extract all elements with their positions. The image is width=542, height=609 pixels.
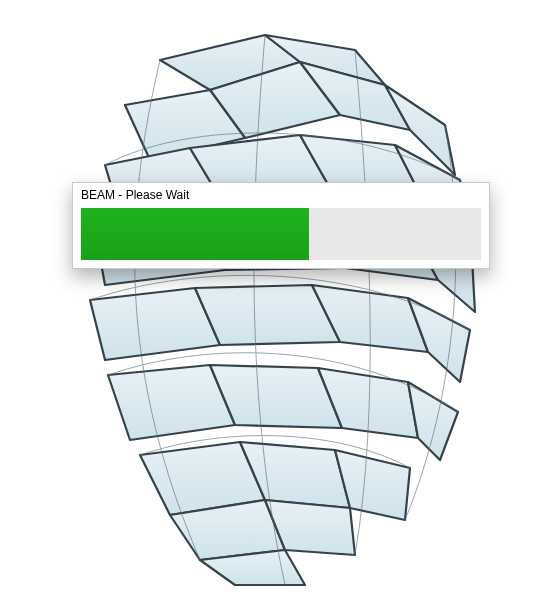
progress-dialog: BEAM - Please Wait bbox=[72, 182, 490, 269]
progress-bar bbox=[81, 208, 481, 260]
dialog-title: BEAM - Please Wait bbox=[73, 183, 489, 208]
progress-fill bbox=[81, 208, 309, 260]
beam-logo-graphic bbox=[50, 30, 480, 590]
